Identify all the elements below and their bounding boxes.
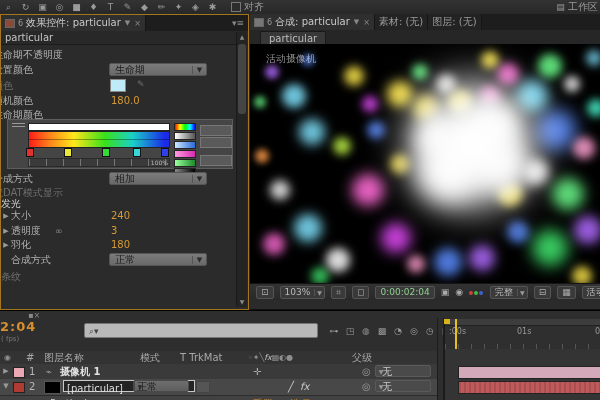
gradient-alpha-bar[interactable] <box>28 123 170 131</box>
type-tool-icon[interactable]: T <box>102 0 119 14</box>
glow-opacity-value[interactable]: 3 <box>111 225 117 236</box>
region-of-interest-icon[interactable]: ⊟ <box>534 286 552 299</box>
preset-green[interactable] <box>174 159 196 167</box>
eyedropper-icon[interactable]: ✎ <box>137 79 145 89</box>
layer-color-swatch[interactable] <box>13 367 25 378</box>
mask-visibility-icon[interactable]: ◻ <box>352 286 369 299</box>
snapshot-icon[interactable]: ▣ <box>441 287 450 297</box>
gradient-color-bar[interactable] <box>28 131 170 148</box>
shape-tool-icon[interactable]: ■ <box>68 0 85 14</box>
lamp-tool-icon[interactable]: ♦ <box>85 0 102 14</box>
transparency-grid-icon[interactable]: ▦ <box>557 286 576 299</box>
twirl-icon[interactable]: ▶ <box>1 212 11 220</box>
time-ruler[interactable]: :00s 01s 0 <box>444 319 600 349</box>
auto-keyframe-icon[interactable]: ◷ <box>422 324 438 338</box>
gradient-button-1[interactable] <box>200 125 232 136</box>
zoom-tool-icon[interactable]: ⌕ <box>0 0 17 14</box>
layer-bar-camera[interactable] <box>458 366 600 379</box>
twirl-icon[interactable]: ▼ <box>1 379 11 394</box>
stamp-tool-icon[interactable]: ✦ <box>170 0 187 14</box>
property-row-streaklet[interactable]: 条纹 <box>1 270 237 284</box>
parent-dropdown[interactable]: 无 ▼ <box>375 365 431 377</box>
show-channel-icon[interactable] <box>469 287 484 297</box>
twirl-icon[interactable]: ▶ <box>1 227 11 235</box>
scrollbar-thumb[interactable] <box>238 44 246 114</box>
gradient-editor[interactable]: 100% <box>7 119 233 169</box>
tab-effect-controls[interactable]: 6 效果控件: particular ▼ × <box>1 15 146 31</box>
pan-behind-tool-icon[interactable]: ◎ <box>51 0 68 14</box>
twirl-icon[interactable]: ▶ <box>1 241 11 249</box>
tab-dropdown-icon[interactable]: ▼ <box>125 19 130 27</box>
scroll-down-icon[interactable]: ▼ <box>237 297 247 307</box>
effect-options-link[interactable]: 选项... <box>290 396 320 400</box>
set-color-dropdown[interactable]: 生命期 ▼ <box>109 63 207 76</box>
preset-blue[interactable] <box>174 141 196 149</box>
tab-close-icon[interactable]: × <box>363 18 370 27</box>
gradient-button-3[interactable] <box>200 155 232 166</box>
parent-column[interactable]: 父级 <box>352 351 372 364</box>
quality-switch-icon[interactable]: ╱ <box>288 379 294 394</box>
tab-close-icon[interactable]: × <box>134 19 141 28</box>
zoom-dropdown[interactable]: 103% ▼ <box>280 286 325 299</box>
preset-white-gray[interactable] <box>174 132 196 140</box>
panel-menu-icon[interactable]: ▾≡ <box>232 18 244 28</box>
link-icon[interactable]: ∞ <box>55 226 63 236</box>
scroll-up-icon[interactable]: ▲ <box>237 32 247 42</box>
magnification-icon[interactable]: ⊡ <box>256 286 274 299</box>
frame-blend-icon[interactable]: ▩ <box>374 324 390 338</box>
mode-dropdown[interactable]: 正常 ▼ <box>133 380 189 392</box>
layer-color-swatch[interactable] <box>13 382 25 393</box>
glow-transfer-dropdown[interactable]: 正常 ▼ <box>109 253 207 266</box>
current-time-display[interactable]: 2:04 <box>0 319 36 334</box>
work-area-bar[interactable] <box>445 319 600 326</box>
resolution-dropdown[interactable]: 完整 ▼ <box>490 286 528 299</box>
effect-header[interactable]: particular <box>1 31 248 45</box>
tab-footage[interactable]: 素材: (无) <box>375 14 428 30</box>
gradient-button-2[interactable] <box>200 137 232 148</box>
playhead[interactable] <box>455 319 457 353</box>
comp-flowchart-icon[interactable]: ⊶ <box>326 324 342 338</box>
fx-switch-icon[interactable]: fx <box>300 379 309 394</box>
effect-reset-link[interactable]: 重置 <box>253 396 273 400</box>
collapse-switch-icon[interactable]: ✛ <box>253 364 261 379</box>
pen-tool-icon[interactable]: ✎ <box>119 0 136 14</box>
tab-composition[interactable]: 6 合成: particular ▼ × <box>250 14 375 30</box>
trkmat-column[interactable]: T TrkMat <box>180 351 223 364</box>
property-row-glow-opacity[interactable]: ▶ 透明度 ∞ <box>1 224 237 238</box>
gradient-stop-0[interactable] <box>26 148 34 157</box>
draft3d-icon[interactable]: ◳ <box>342 324 358 338</box>
align-checkbox[interactable] <box>231 2 241 12</box>
mode-column[interactable]: 模式 <box>140 351 160 364</box>
grid-guides-icon[interactable]: ⌗ <box>331 286 346 299</box>
hide-shy-icon[interactable]: ◍ <box>358 324 374 338</box>
tab-dropdown-icon[interactable]: ▼ <box>354 18 359 26</box>
gradient-stop-2[interactable] <box>102 148 110 157</box>
effect-row-particular[interactable]: ▼ Particular 重置 选项... <box>0 396 437 400</box>
workspace-label[interactable]: 工作区 <box>568 1 598 12</box>
glow-size-value[interactable]: 240 <box>111 210 130 221</box>
effect-panel-scrollbar[interactable]: ▲ ▼ <box>236 32 247 307</box>
eraser-tool-icon[interactable]: ◈ <box>187 0 204 14</box>
rotate-tool-icon[interactable]: ↻ <box>17 0 34 14</box>
transfer-mode-dropdown[interactable]: 相加 ▼ <box>109 172 207 185</box>
work-area-start-marker[interactable] <box>444 319 450 324</box>
show-snapshot-icon[interactable]: ◉ <box>455 287 463 297</box>
parent-dropdown[interactable]: 无 ▼ <box>375 380 431 392</box>
layer-bar-particular[interactable] <box>458 381 600 394</box>
view-popup-dropdown[interactable]: 活动摄像机 ▼ <box>582 286 600 299</box>
layer-row-camera[interactable]: ▶ 1 ⌁ 摄像机 1 ✛ ◎ 无 ▼ <box>0 364 437 380</box>
motion-blur-icon[interactable]: ◔ <box>390 324 406 338</box>
viewer-timecode[interactable]: 0:00:02:04 <box>375 286 434 299</box>
preset-rainbow[interactable] <box>174 123 196 131</box>
layer-row-particular[interactable]: ▼ 2 [particular] 正常 ▼ ╱ fx ◎ 无 ▼ <box>0 379 437 396</box>
gradient-stop-1[interactable] <box>64 148 72 157</box>
property-row-opacity-over-life[interactable]: 生命期不透明度 <box>1 48 237 62</box>
brush-tool-icon[interactable]: ✏ <box>153 0 170 14</box>
effect-name[interactable]: Particular <box>50 396 97 400</box>
timeline-search-input[interactable]: ⌕▾ <box>84 323 318 338</box>
camera-tool-icon[interactable]: ▣ <box>34 0 51 14</box>
twirl-icon[interactable]: ▶ <box>1 364 11 379</box>
mask-tool-icon[interactable]: ◆ <box>136 0 153 14</box>
layer-name-column[interactable]: 图层名称 <box>44 351 84 364</box>
random-color-value[interactable]: 180.0 <box>111 95 140 106</box>
